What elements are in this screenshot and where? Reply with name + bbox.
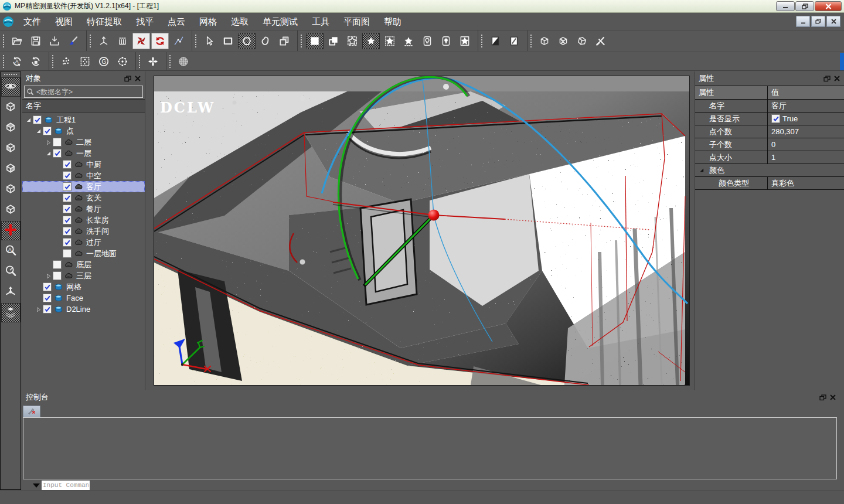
slash-rect-button[interactable] (505, 33, 523, 49)
star-filled-button[interactable] (362, 33, 380, 49)
rect-copy-button[interactable] (275, 33, 293, 49)
bulb-solid-button[interactable] (437, 33, 455, 49)
tree-item[interactable]: Face (22, 292, 145, 304)
tree-checkbox[interactable] (63, 182, 72, 191)
tree-checkbox[interactable] (43, 305, 52, 314)
tree-checkbox[interactable] (63, 171, 72, 180)
menu-item-8[interactable]: 工具 (305, 13, 336, 30)
select-arrow-button[interactable] (200, 33, 218, 49)
g-circle-button[interactable]: G (95, 53, 113, 70)
viewport-3d[interactable]: DCLW (154, 76, 690, 386)
box3d-delete-button[interactable] (554, 33, 572, 49)
box3d-button[interactable] (536, 33, 553, 49)
box3d-tilt-button[interactable] (573, 33, 591, 49)
tree-item[interactable]: 工程1 (22, 114, 145, 125)
command-input[interactable] (42, 481, 90, 491)
command-dropdown-icon[interactable] (33, 483, 40, 488)
search-input[interactable] (35, 87, 141, 97)
tree-checkbox[interactable] (63, 216, 72, 224)
lasso-select-button[interactable] (257, 33, 274, 49)
axis-tool-button[interactable] (95, 33, 113, 49)
tree-checkbox[interactable] (53, 138, 62, 147)
strip-drag-handle[interactable] (4, 73, 18, 76)
menu-item-7[interactable]: 单元测试 (256, 13, 305, 30)
open-folder-button[interactable] (8, 33, 26, 49)
toolbar-drag-handle[interactable] (2, 55, 5, 69)
star-dashed-button[interactable] (343, 33, 361, 49)
tree-item[interactable]: 中厨 (22, 159, 145, 170)
tree-item[interactable]: 点 (22, 125, 145, 137)
property-value-cell[interactable]: 客厅 (768, 100, 844, 112)
menu-item-10[interactable]: 帮助 (377, 13, 409, 30)
tree-expander-open-icon[interactable] (35, 128, 42, 135)
properties-panel-float-button[interactable] (822, 74, 832, 83)
cube-left-button[interactable] (1, 139, 21, 158)
star-dotted-button[interactable] (381, 33, 399, 49)
circle-dots-button[interactable] (114, 53, 131, 70)
fill-rect-button[interactable] (306, 33, 324, 49)
globe-button[interactable] (175, 53, 192, 70)
menu-item-6[interactable]: 选取 (224, 13, 256, 30)
cube-top-button[interactable] (1, 98, 21, 117)
property-value-cell[interactable]: 280,307 (768, 125, 844, 138)
tree-item[interactable]: 餐厅 (22, 203, 145, 214)
zoom-button[interactable] (1, 262, 21, 281)
tree-item[interactable]: 一层地面 (22, 248, 145, 259)
window-close-button[interactable] (815, 1, 842, 11)
property-group-expander-icon[interactable] (699, 166, 705, 175)
tree-checkbox[interactable] (53, 260, 62, 269)
objects-panel-close-button[interactable] (132, 74, 142, 83)
tree-expander-closed-icon[interactable] (45, 273, 52, 280)
pinwheel-red-button[interactable] (132, 33, 150, 49)
cube-front-button[interactable] (1, 118, 21, 138)
convert-a-button[interactable]: A (8, 53, 26, 70)
scatter-points-button[interactable] (57, 53, 75, 70)
tree-item[interactable]: 长辈房 (22, 214, 145, 226)
star-solid-button[interactable] (400, 33, 417, 49)
tree-checkbox[interactable] (43, 282, 52, 291)
points-box-button[interactable] (76, 53, 94, 70)
tree-expander-closed-icon[interactable] (35, 306, 42, 313)
toolbar-drag-handle[interactable] (2, 34, 5, 48)
mdi-minimize-button[interactable] (796, 16, 810, 27)
rect-select-button[interactable] (219, 33, 237, 49)
copy-squares-button[interactable] (325, 33, 342, 49)
cube-right-button[interactable] (1, 159, 21, 179)
tree-checkbox[interactable] (53, 271, 62, 280)
tree-checkbox[interactable] (43, 294, 52, 302)
toolbar-drag-handle[interactable] (89, 34, 91, 48)
console-output[interactable] (23, 417, 837, 479)
window-restore-button[interactable] (795, 1, 814, 11)
tree-item[interactable]: 网格 (22, 281, 145, 292)
polyline-button[interactable] (170, 33, 188, 49)
toolbar-drag-handle[interactable] (138, 55, 141, 69)
tree-item[interactable]: 二层 (22, 137, 145, 148)
axis3d-button[interactable] (1, 282, 21, 302)
tree-checkbox[interactable] (63, 238, 72, 247)
zoom-a-button[interactable]: A (1, 241, 21, 261)
refresh-red-button[interactable] (151, 33, 169, 49)
tree-checkbox[interactable] (63, 205, 72, 213)
tree-checkbox[interactable] (63, 249, 72, 258)
cross-red-button[interactable] (1, 221, 21, 240)
menu-item-5[interactable]: 网格 (192, 13, 224, 30)
toolbar-drag-handle[interactable] (195, 34, 197, 48)
tree-item[interactable]: 客厅 (22, 181, 145, 192)
convert-box-button[interactable] (27, 53, 45, 70)
window-minimize-button[interactable] (776, 1, 795, 11)
toolbar-drag-handle[interactable] (300, 34, 302, 48)
property-value-cell[interactable]: 0 (768, 138, 844, 151)
objects-panel-float-button[interactable] (122, 74, 132, 83)
save-button[interactable] (27, 33, 45, 49)
menu-item-4[interactable]: 点云 (161, 13, 192, 30)
splitter-vertical[interactable] (145, 71, 154, 390)
import-button[interactable] (46, 33, 63, 49)
flatten-button[interactable] (1, 303, 21, 322)
paint-brush-button[interactable] (64, 33, 82, 49)
bulb-outline-button[interactable] (418, 33, 436, 49)
tree-item[interactable]: 三层 (22, 270, 145, 281)
page-curl-button[interactable] (486, 33, 504, 49)
toolbar-drag-handle[interactable] (169, 55, 171, 69)
property-value-cell[interactable]: 真彩色 (768, 177, 844, 189)
mdi-close-button[interactable] (826, 16, 840, 27)
